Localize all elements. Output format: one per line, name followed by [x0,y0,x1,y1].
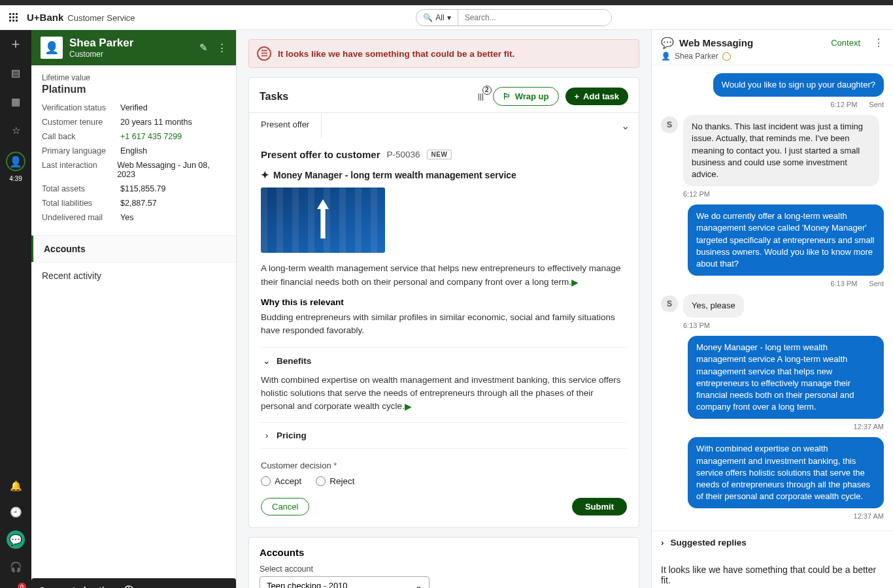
chevron-down-icon[interactable]: ⌄ [220,585,228,588]
wrap-up-button[interactable]: 🏳Wrap up [493,87,559,106]
offer-image [261,188,385,253]
grid-icon[interactable]: ▦ [8,94,24,110]
field-value: Verified [120,103,148,112]
chat-channel-icon: 💬 [661,37,674,49]
caret-down-icon: ▾ [447,13,451,22]
star-icon[interactable]: ☆ [8,123,24,139]
chat-panel: 💬 Web Messaging Context ⋮ 👤 Shea Parker … [651,30,893,588]
plus-icon: + [575,91,580,101]
decision-label: Customer decision * [261,461,337,470]
ltv-value: Platinum [42,84,226,95]
kebab-icon[interactable]: ⋮ [217,42,227,54]
ltv-label: Lifetime value [42,73,226,82]
chevron-down-icon: ⌄ [415,581,422,588]
account-select[interactable]: Teen checking - 2010⌄ [260,576,430,588]
person-icon: 👤 [661,52,671,61]
message-outgoing: We do currently offer a long-term wealth… [688,204,884,276]
search-scope-dropdown[interactable]: 🔍 All ▾ [416,10,458,25]
search-icon: 🔍 [423,13,433,22]
why-heading: Why this is relevant [261,297,627,307]
suggested-replies-toggle[interactable]: › Suggested replies [652,531,893,554]
radio-accept[interactable]: Accept [261,476,301,486]
edit-icon[interactable]: ✎ [199,42,208,54]
field-label: Customer tenure [42,118,120,127]
new-badge: NEW [427,150,452,159]
bell-icon[interactable]: 🔔 [8,478,24,494]
benefits-toggle[interactable]: ⌄Benefits [261,347,627,374]
field-label: Total assets [42,184,120,193]
message-outgoing: Would you like to sign up your daughter? [713,73,884,97]
app-bar: U+BankCustomer Service 🔍 All ▾ [0,5,893,30]
field-value: Yes [120,213,133,222]
clock-icon[interactable]: 🕘 [8,504,24,520]
mail-icon[interactable]: ✉0 [8,585,24,588]
session-timer: 4:39 [9,175,22,182]
avatar: S [661,295,678,312]
message-time: 6:12 PM [830,101,857,108]
alert-banner: ☰ It looks like we have something that c… [248,39,639,68]
field-label: Undelivered mail [42,213,120,222]
tab-recent-activity[interactable]: Recent activity [31,262,236,289]
message-time: 6:12 PM [683,190,710,198]
kebab-icon[interactable]: ⋮ [873,37,884,49]
message-time: 6:13 PM [830,280,857,287]
add-task-button[interactable]: +Add task [565,88,629,105]
radio-reject[interactable]: Reject [316,476,354,486]
message-time: 12:37 AM [854,512,884,520]
suggested-actions-panel[interactable]: Suggested actions ⓘ ⌄ NEW Money Manager … [31,578,236,588]
message-outgoing: With combined expertise on wealth manage… [688,437,884,508]
field-value: 20 years 11 months [120,118,192,127]
customer-avatar-icon: 👤 [41,37,63,59]
chat-party: Shea Parker [675,52,718,61]
field-value: $2,887.57 [120,199,157,208]
global-search[interactable]: 🔍 All ▾ [416,9,612,26]
offer-title: Present offer to customer [261,149,380,160]
customer-role: Customer [69,50,133,59]
search-input[interactable] [458,10,612,25]
brand: U+BankCustomer Service [27,12,135,24]
accounts-card: Accounts Select account Teen checking - … [248,537,639,588]
select-account-label: Select account [260,564,628,574]
play-icon[interactable]: ▶ [571,276,579,289]
field-label: Primary language [42,146,120,155]
why-body: Budding entrepreneurs with similar profi… [261,311,627,336]
chat-icon[interactable]: 💬 [7,531,25,549]
alert-icon: ☰ [257,46,271,61]
center-column: ☰ It looks like we have something that c… [237,30,651,588]
app-launcher-icon[interactable] [9,13,18,22]
chevron-right-icon: › [262,431,271,440]
field-label: Call back [42,132,120,141]
tab-accounts[interactable]: Accounts [31,235,236,262]
active-session-icon[interactable]: 👤 [6,152,25,171]
field-value[interactable]: +1 617 435 7299 [120,132,182,141]
flag-icon: 🏳 [503,91,511,101]
field-label: Last interaction [42,161,117,179]
tab-expand-icon[interactable]: ⌄ [612,113,639,139]
offer-description: A long-term wealth management service th… [261,262,627,288]
cancel-button[interactable]: Cancel [261,498,309,515]
submit-button[interactable]: Submit [572,498,627,515]
inbox-icon[interactable]: ▤ [8,65,24,81]
activity-icon[interactable]: ⫼2 [476,91,486,103]
offer-name: ✦Money Manager - long term wealth manage… [261,169,627,181]
customer-header: 👤 Shea Parker Customer ✎ ⋮ [31,30,236,65]
message-time: 12:37 AM [854,423,884,431]
customer-panel: 👤 Shea Parker Customer ✎ ⋮ Lifetime valu… [31,30,237,588]
field-value: $115,855.79 [120,184,166,193]
info-icon[interactable]: ⓘ [124,585,133,588]
message-status: Sent [869,101,884,108]
headset-icon[interactable]: 🎧 [8,559,24,575]
tasks-title: Tasks [260,91,288,103]
message-input[interactable]: It looks like we have something that cou… [661,561,884,588]
message-outgoing: Money Manager - long term wealth managem… [688,336,884,419]
pricing-toggle[interactable]: ›Pricing [261,422,627,449]
new-icon[interactable]: + [8,37,24,52]
left-rail: + ▤ ▦ ☆ 👤 4:39 🔔 🕘 💬 🎧 ✉0 ▸ [0,30,31,588]
tab-present-offer[interactable]: Present offer [249,113,322,139]
field-label: Verification status [42,103,120,112]
play-icon[interactable]: ▶ [405,400,412,413]
customer-name: Shea Parker [69,37,133,50]
context-link[interactable]: Context [831,38,860,48]
chevron-right-icon: › [661,538,664,547]
sparkle-icon: ✦ [261,169,269,181]
